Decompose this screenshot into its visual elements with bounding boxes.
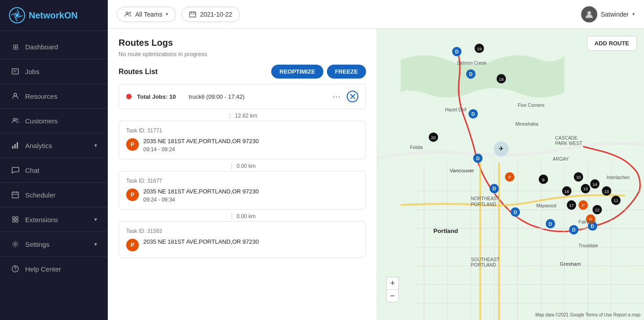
nav-divider: [0, 207, 108, 207]
svg-text:D: D: [472, 112, 475, 117]
svg-text:D: D: [493, 186, 496, 191]
task-id-3: Task ID: 31563: [126, 228, 358, 234]
svg-point-20: [14, 243, 17, 245]
routes-subtitle: No route optimizations in progress: [119, 51, 366, 57]
task-type-icon-3: P: [126, 239, 139, 251]
zoom-controls: + −: [386, 277, 399, 302]
svg-text:16: 16: [565, 189, 569, 194]
svg-text:Troutdale: Troutdale: [578, 243, 598, 248]
date-label: 2021-10-22: [200, 11, 232, 18]
sidebar-item-scheduler[interactable]: Scheduler: [0, 184, 108, 205]
svg-text:D: D: [572, 228, 576, 232]
svg-text:Five Corners: Five Corners: [518, 103, 545, 108]
task-address-3: 2035 NE 181ST AVE,PORTLAND,OR 97230: [143, 238, 259, 246]
zoom-in-button[interactable]: +: [386, 277, 399, 289]
customers-icon: [11, 116, 20, 125]
jobs-icon: [11, 67, 20, 76]
task-address-block-1: 2035 NE 181ST AVE,PORTLAND,OR 97230 09:1…: [143, 137, 259, 153]
user-avatar-icon: [585, 10, 594, 19]
svg-text:12: 12: [595, 208, 600, 212]
task-detail-3: P 2035 NE 181ST AVE,PORTLAND,OR 97230: [126, 238, 358, 251]
analytics-icon: [11, 141, 20, 150]
sidebar-item-help[interactable]: Help Center: [0, 259, 108, 279]
reoptimize-button[interactable]: REOPTIMIZE: [271, 65, 323, 79]
svg-rect-9: [12, 146, 13, 149]
analytics-chevron-icon: ▾: [94, 142, 97, 149]
sidebar-item-settings[interactable]: Settings ▾: [0, 234, 108, 254]
svg-point-47: [452, 47, 462, 57]
svg-text:✈: ✈: [498, 145, 504, 152]
sidebar-item-label: Help Center: [25, 265, 61, 273]
settings-chevron-icon: ▾: [94, 241, 97, 247]
task-id-1: Task ID: 31771: [126, 127, 358, 134]
task-address-block-3: 2035 NE 181ST AVE,PORTLAND,OR 97230: [143, 238, 259, 246]
teams-label: All Teams: [135, 11, 162, 18]
distance-dots: ⋮: [227, 113, 233, 119]
sidebar-item-jobs[interactable]: Jobs: [0, 61, 108, 82]
zoom-out-button[interactable]: −: [386, 289, 399, 302]
svg-text:13: 13: [604, 189, 609, 194]
svg-rect-12: [12, 192, 18, 198]
svg-text:P: P: [582, 203, 584, 208]
teams-chevron-icon: ▾: [166, 11, 168, 17]
svg-rect-3: [12, 69, 18, 74]
sidebar-item-extensions[interactable]: Extensions ▾: [0, 209, 108, 230]
dashboard-icon: ⊞: [11, 42, 20, 51]
svg-point-93: [586, 215, 595, 224]
svg-rect-25: [190, 12, 196, 17]
topbar-right: Satwinder ▾: [581, 6, 635, 22]
svg-text:D: D: [469, 72, 473, 77]
settings-icon: [11, 240, 20, 249]
logo-text: NetworkON: [29, 10, 78, 21]
routes-scroll: Total Jobs: 10 truck6 (09:00 - 17:42) ⋯ …: [119, 84, 366, 320]
map-panel: D D D D D D D D D 19: [377, 29, 644, 320]
task-time-1: 09:14 - 09:24: [143, 146, 259, 153]
sidebar-item-chat[interactable]: Chat: [0, 160, 108, 180]
sidebar-item-label: Resources: [25, 92, 57, 100]
svg-text:18: 18: [499, 77, 503, 82]
route-truck: truck6 (09:00 - 17:42): [189, 93, 244, 100]
sidebar-item-label: Scheduler: [25, 191, 56, 199]
sidebar-item-dashboard[interactable]: ⊞ Dashboard: [0, 36, 108, 57]
chat-icon: [11, 166, 20, 175]
nav-divider: [0, 158, 108, 158]
svg-point-73: [574, 172, 583, 182]
svg-rect-11: [17, 142, 18, 149]
sidebar-item-analytics[interactable]: Analytics ▾: [0, 135, 108, 156]
svg-text:Vancouver: Vancouver: [450, 168, 474, 173]
user-menu[interactable]: Satwinder ▾: [581, 6, 635, 22]
svg-point-89: [505, 172, 514, 182]
svg-point-87: [611, 196, 621, 205]
route-total-jobs: Total Jobs: 10: [137, 93, 176, 100]
svg-point-69: [429, 132, 438, 142]
svg-rect-18: [13, 220, 15, 222]
svg-point-79: [581, 184, 590, 193]
svg-text:D: D: [514, 210, 517, 215]
sidebar-item-resources[interactable]: Resources: [0, 86, 108, 106]
svg-point-59: [546, 219, 555, 228]
route-menu-button[interactable]: ⋯: [330, 91, 343, 102]
topbar-left: All Teams ▾ 2021-10-22: [117, 7, 240, 22]
svg-point-91: [578, 200, 588, 210]
task-address-2: 2035 NE 181ST AVE,PORTLAND,OR 97230: [143, 188, 259, 196]
add-route-button[interactable]: ADD ROUTE: [587, 36, 637, 51]
task-time-2: 09:24 - 09:34: [143, 197, 259, 203]
routes-panel: Routes Logs No route optimizations in pr…: [108, 29, 377, 320]
svg-text:D: D: [476, 156, 480, 161]
sidebar-item-customers[interactable]: Customers: [0, 110, 108, 131]
sidebar-item-label: Dashboard: [25, 43, 58, 51]
distance-value-3: 0.00 km: [237, 213, 256, 219]
svg-point-61: [569, 225, 578, 235]
freeze-button[interactable]: FREEZE: [327, 65, 366, 79]
svg-point-77: [567, 200, 576, 210]
route-close-button[interactable]: ✕: [347, 91, 358, 102]
teams-dropdown[interactable]: All Teams ▾: [117, 7, 176, 22]
topbar: All Teams ▾ 2021-10-22 Satwinder ▾: [108, 0, 644, 29]
svg-point-51: [468, 109, 478, 118]
date-dropdown[interactable]: 2021-10-22: [181, 7, 240, 22]
svg-point-8: [16, 118, 18, 120]
sidebar-item-label: Extensions: [25, 216, 58, 224]
nav-divider: [0, 108, 108, 109]
nav-divider: [0, 133, 108, 133]
task-card-1: Task ID: 31771 P 2035 NE 181ST AVE,PORTL…: [119, 121, 366, 159]
